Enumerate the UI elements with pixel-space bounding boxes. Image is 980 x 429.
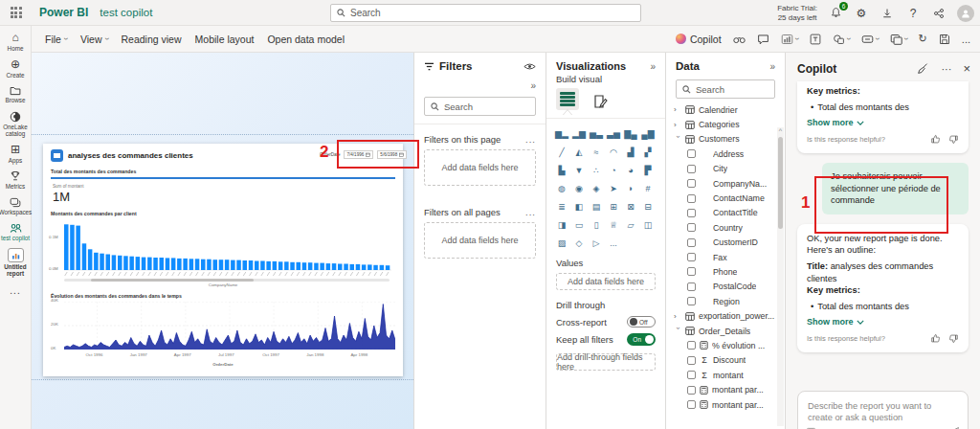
field-row[interactable]: ContactName — [666, 191, 785, 205]
more-visuals-icon[interactable]: ... — [606, 236, 621, 250]
scatter-chart-icon[interactable]: ∴ — [589, 163, 604, 177]
slicer-icon[interactable]: ▤ — [589, 199, 604, 214]
account-avatar[interactable] — [957, 5, 974, 22]
field-checkbox[interactable] — [687, 179, 696, 188]
card-icon[interactable]: # — [640, 181, 656, 195]
line-chart-icon[interactable]: ╱ — [554, 145, 569, 159]
field-checkbox[interactable] — [687, 371, 696, 379]
ribbon-chart-icon[interactable]: ▞ — [640, 145, 656, 159]
power-automate-icon[interactable]: ▨ — [554, 236, 569, 250]
gauge-icon[interactable]: ◗ — [623, 181, 638, 195]
download-icon[interactable] — [880, 6, 895, 21]
global-search-input[interactable]: Search — [330, 4, 641, 22]
more-options-icon[interactable]: ... — [525, 134, 536, 145]
field-row[interactable]: montant par... — [666, 397, 785, 412]
matrix-icon[interactable]: ⊠ — [623, 199, 638, 214]
treemap-icon[interactable]: ▛ — [640, 163, 656, 177]
feedback-share-icon[interactable] — [931, 6, 947, 21]
cross-report-toggle[interactable]: Off — [627, 316, 656, 327]
table-row-customers[interactable]: ›Customers — [666, 132, 785, 147]
field-row[interactable]: CompanyNa... — [666, 176, 785, 191]
field-checkbox[interactable] — [687, 209, 696, 217]
donut-chart-icon[interactable]: ◕ — [623, 163, 638, 177]
field-checkbox[interactable] — [687, 149, 696, 158]
build-visual-tab[interactable] — [556, 88, 579, 110]
sidebar-item-create[interactable]: ⊕ Create — [0, 58, 32, 79]
azure-map-icon[interactable]: ➤ — [606, 181, 621, 195]
table-row-categories[interactable]: ›Categories — [666, 117, 785, 131]
thumbs-up-icon[interactable] — [930, 134, 941, 145]
menu-file[interactable]: File› — [45, 34, 67, 45]
fabric-trial-status[interactable]: Fabric Trial:25 days left — [777, 4, 817, 23]
table-row-order-details[interactable]: ›Order_Details — [666, 324, 785, 338]
field-row[interactable]: Phone — [666, 264, 785, 279]
document-title[interactable]: test copilot — [100, 7, 152, 18]
field-checkbox[interactable] — [687, 238, 696, 247]
help-icon[interactable]: ? — [905, 6, 921, 21]
thumbs-up-icon[interactable] — [930, 333, 941, 344]
table-row-exportation-power-[interactable]: ›exportation_power... — [666, 308, 785, 323]
data-search-input[interactable]: Search — [676, 79, 775, 99]
new-visual-icon[interactable]: › — [781, 34, 798, 45]
bar-chart-visual[interactable] — [64, 220, 391, 278]
field-row[interactable]: City — [666, 162, 785, 176]
field-row[interactable]: % évolution ... — [666, 338, 785, 352]
sidebar-item-home[interactable]: ⌂ Home — [0, 32, 32, 52]
collapse-panel-icon[interactable]: » — [769, 61, 775, 72]
more-options-icon[interactable]: ... — [525, 207, 536, 217]
filled-map-icon[interactable]: ◉ — [571, 181, 587, 195]
data-scrollbar[interactable]: ^ — [777, 127, 784, 426]
kpi-icon[interactable]: ◧ — [571, 199, 587, 214]
settings-gear-icon[interactable]: ⚙ — [854, 6, 869, 21]
field-row[interactable]: ΣDiscount — [666, 353, 785, 368]
sidebar-item-onelake-catalog[interactable]: OneLake catalog — [0, 111, 32, 137]
more-options-icon[interactable]: ... — [962, 34, 970, 45]
more-options-icon[interactable]: ··· — [941, 63, 951, 75]
line-stacked-column-chart-icon[interactable]: ◠ — [606, 145, 621, 159]
sidebar-item-apps[interactable]: ⊞ Apps — [0, 144, 32, 164]
stacked-area-chart-icon[interactable]: ≈ — [589, 145, 604, 159]
power-apps-icon[interactable]: ♕ — [606, 217, 621, 232]
field-checkbox[interactable] — [687, 282, 696, 291]
r-script-icon[interactable]: ◫ — [640, 217, 656, 232]
show-more-link[interactable]: Show more — [807, 316, 959, 327]
line-chart-visual[interactable] — [64, 302, 395, 350]
field-row[interactable]: Fax — [666, 250, 785, 264]
app-logo-text[interactable]: Power BI — [39, 6, 88, 19]
sidebar-item-untitled-report[interactable]: Untitled report — [0, 248, 32, 277]
field-row[interactable]: Region — [666, 294, 785, 308]
menu-open-data-model[interactable]: Open data model — [267, 34, 345, 45]
field-row[interactable]: Address — [666, 147, 785, 161]
text-box-icon[interactable] — [810, 34, 821, 45]
show-more-link[interactable]: Show more — [807, 117, 959, 128]
eye-icon[interactable] — [523, 62, 536, 71]
100-stacked-bar-chart-icon[interactable]: ▇▄ — [623, 126, 638, 141]
table-icon[interactable]: ⊞ — [606, 199, 621, 214]
thumbs-down-icon[interactable] — [948, 134, 959, 145]
field-row[interactable]: ContactTitle — [666, 206, 785, 220]
expander-icon[interactable]: › — [674, 121, 681, 129]
new-page-icon[interactable]: › — [890, 34, 907, 45]
sidebar-more-icon[interactable]: ... — [0, 284, 32, 297]
field-checkbox[interactable] — [687, 253, 696, 261]
thumbs-down-icon[interactable] — [948, 333, 959, 344]
narrative-icon[interactable]: ▭ — [571, 217, 587, 232]
new-chat-broom-icon[interactable] — [917, 62, 929, 75]
menu-mobile-layout[interactable]: Mobile layout — [195, 34, 255, 45]
waffle-menu-icon[interactable] — [0, 7, 32, 18]
comment-icon[interactable] — [757, 34, 769, 45]
buttons-icon[interactable]: › — [861, 34, 879, 45]
line-clustered-column-chart-icon[interactable]: ▟ — [623, 145, 638, 159]
field-row[interactable]: montant par... — [666, 382, 785, 396]
metrics-visual-icon[interactable]: ◇ — [571, 236, 587, 250]
field-checkbox[interactable] — [687, 165, 696, 173]
python-visual-icon[interactable]: ▱ — [623, 217, 638, 232]
filters-search-input[interactable]: Search — [424, 97, 536, 116]
sidebar-item-test-copilot-workspace[interactable]: test copilot — [0, 222, 32, 241]
drill-through-dropzone[interactable]: Add drill-through fields here — [556, 353, 656, 371]
field-checkbox[interactable] — [687, 341, 696, 350]
field-row[interactable]: Σmontant — [666, 368, 785, 382]
filters-all-pages-dropzone[interactable]: Add data fields here — [424, 222, 536, 259]
table-row-calendrier[interactable]: ›Calendrier — [666, 102, 785, 117]
sidebar-item-metrics[interactable]: Metrics — [0, 170, 32, 190]
